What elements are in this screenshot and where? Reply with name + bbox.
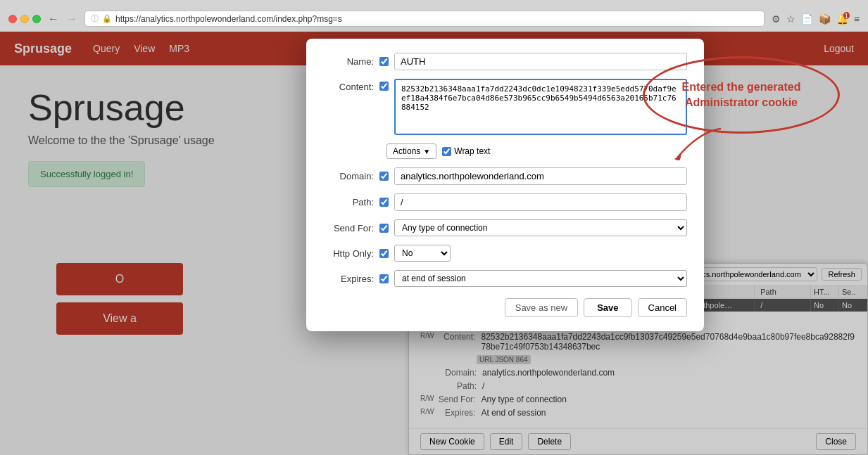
- dialog-http-only-select[interactable]: No Yes: [394, 245, 451, 262]
- save-button[interactable]: Save: [584, 298, 631, 317]
- annotation-text: Entered the generated Administrator cook…: [645, 68, 838, 122]
- reader-icon[interactable]: 📄: [801, 13, 813, 25]
- close-traffic-light[interactable]: [8, 15, 17, 23]
- dialog-name-row: Name:: [323, 53, 687, 70]
- dialog-http-only-label: Http Only:: [323, 248, 374, 259]
- save-as-new-button[interactable]: Save as new: [505, 298, 578, 317]
- forward-button[interactable]: →: [66, 13, 77, 25]
- dialog-name-checkbox[interactable]: [379, 57, 389, 66]
- annotation-arrow: [671, 125, 727, 160]
- browser-chrome: ← → ⓘ 🔒 https://analytics.northpolewonde…: [0, 0, 868, 32]
- menu-icon[interactable]: ≡: [854, 13, 860, 25]
- dialog-footer: Save as new Save Cancel: [323, 298, 687, 317]
- dialog-path-label: Path:: [323, 197, 374, 207]
- annotation-ellipse: Entered the generated Administrator cook…: [643, 56, 840, 134]
- dialog-content-label: Content:: [323, 79, 374, 92]
- bookmark-icon[interactable]: ☆: [786, 13, 795, 25]
- info-icon: ⓘ: [91, 13, 99, 24]
- back-button[interactable]: ←: [48, 13, 59, 25]
- dialog-expires-select[interactable]: at end of session: [394, 270, 687, 287]
- dialog-http-only-checkbox[interactable]: [379, 249, 389, 258]
- extensions-icon[interactable]: ⚙: [772, 13, 781, 25]
- dialog-expires-row: Expires: at end of session: [323, 270, 687, 287]
- dialog-send-for-select[interactable]: Any type of connection: [394, 219, 687, 236]
- dialog-send-for-checkbox[interactable]: [379, 224, 389, 233]
- dialog-domain-row: Domain:: [323, 167, 687, 185]
- lock-icon: 🔒: [102, 14, 112, 23]
- dialog-name-label: Name:: [323, 56, 374, 67]
- cancel-button[interactable]: Cancel: [638, 298, 687, 317]
- notification-icon[interactable]: 🔔1: [836, 13, 848, 25]
- wrap-text-checkbox[interactable]: [442, 147, 451, 156]
- dialog-expires-label: Expires:: [323, 274, 374, 284]
- url-text: https://analytics.northpolewonderland.co…: [115, 14, 342, 24]
- dialog-content-checkbox[interactable]: [379, 82, 389, 91]
- dialog-domain-checkbox[interactable]: [379, 172, 389, 181]
- dialog-content-row: Content: 82532b2136348aaa1fa7dd2243dc0dc…: [323, 79, 687, 135]
- traffic-lights: [8, 15, 41, 23]
- dialog-send-for-label: Send For:: [323, 223, 374, 233]
- address-bar[interactable]: ⓘ 🔒 https://analytics.northpolewonderlan…: [84, 11, 765, 27]
- downloads-icon[interactable]: 📦: [819, 13, 831, 25]
- dialog-http-only-row: Http Only: No Yes: [323, 245, 687, 262]
- dialog-expires-checkbox[interactable]: [379, 274, 389, 283]
- dialog-domain-input[interactable]: [394, 167, 687, 185]
- maximize-traffic-light[interactable]: [32, 15, 41, 23]
- dialog-domain-label: Domain:: [323, 171, 374, 181]
- minimize-traffic-light[interactable]: [20, 15, 29, 23]
- actions-dropdown-button[interactable]: Actions ▼: [386, 143, 436, 159]
- dialog-path-input[interactable]: [394, 193, 687, 211]
- dialog-actions-row: Actions ▼ Wrap text: [323, 143, 687, 159]
- actions-dropdown-icon: ▼: [423, 148, 430, 155]
- browser-extra-controls: ⚙ ☆ 📄 📦 🔔1 ≡: [772, 13, 860, 25]
- wrap-text-label[interactable]: Wrap text: [442, 146, 490, 156]
- dialog-path-checkbox[interactable]: [379, 198, 389, 207]
- dialog-path-row: Path:: [323, 193, 687, 211]
- dialog-send-for-row: Send For: Any type of connection: [323, 219, 687, 236]
- annotation-container: Entered the generated Administrator cook…: [643, 56, 840, 134]
